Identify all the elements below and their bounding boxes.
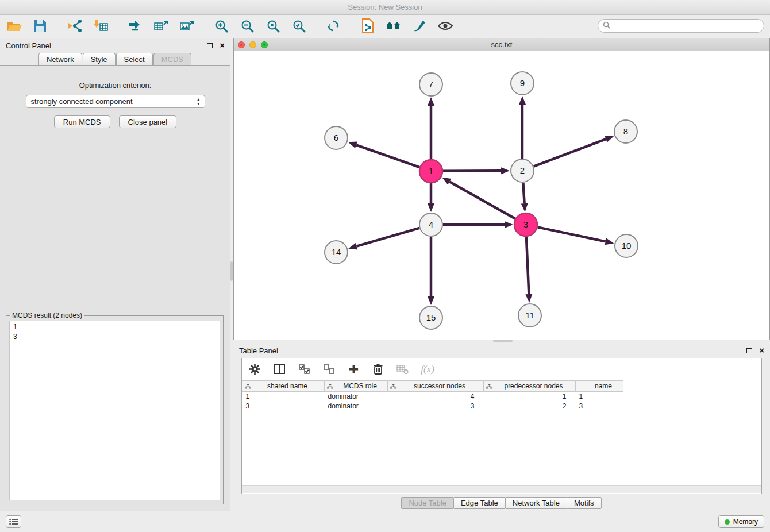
network-canvas[interactable]: 7968124314101511 bbox=[234, 52, 769, 340]
graph-node-2[interactable]: 2 bbox=[511, 159, 534, 182]
table-cell: 1 bbox=[484, 392, 576, 402]
graph-edge-3-11[interactable] bbox=[526, 237, 529, 294]
column-header-mcds-role[interactable]: MCDS role bbox=[325, 381, 388, 392]
tab-edge-table[interactable]: Edge Table bbox=[453, 497, 506, 509]
export-table-icon[interactable] bbox=[152, 17, 170, 34]
minimize-window-button[interactable]: − bbox=[249, 41, 256, 48]
column-header-successor-nodes[interactable]: successor nodes bbox=[388, 381, 484, 392]
mcds-result-line: 3 bbox=[13, 332, 216, 342]
graph-node-3[interactable]: 3 bbox=[514, 213, 537, 236]
mcds-result-list[interactable]: 1 3 bbox=[9, 321, 220, 500]
mcds-tab-content: Optimization criterion: strongly connect… bbox=[0, 65, 230, 511]
graph-edge-2-3[interactable] bbox=[523, 183, 524, 203]
svg-text:15: 15 bbox=[426, 313, 436, 322]
svg-text:14: 14 bbox=[332, 247, 341, 257]
close-window-button[interactable]: × bbox=[238, 41, 245, 48]
tab-style[interactable]: Style bbox=[83, 53, 116, 65]
tab-network[interactable]: Network bbox=[38, 53, 82, 65]
table-row[interactable]: 1dominator411 bbox=[242, 392, 623, 402]
close-table-panel-icon[interactable]: × bbox=[759, 346, 764, 354]
function-builder-icon[interactable]: f(x) bbox=[421, 363, 434, 376]
zoom-fit-icon[interactable] bbox=[264, 17, 282, 34]
tab-select[interactable]: Select bbox=[116, 53, 153, 65]
zoom-group bbox=[213, 17, 307, 34]
node-table-container: f(x) shared name MCDS role suc bbox=[241, 358, 762, 494]
add-row-icon[interactable] bbox=[346, 363, 360, 376]
table-cell: 4 bbox=[388, 392, 484, 402]
graph-node-15[interactable]: 15 bbox=[419, 306, 442, 329]
edge-arrowhead bbox=[428, 203, 434, 212]
main-toolbar bbox=[0, 15, 770, 37]
graph-edge-3-10[interactable] bbox=[538, 227, 606, 241]
tab-mcds[interactable]: MCDS bbox=[153, 53, 191, 65]
search-box[interactable] bbox=[598, 19, 764, 33]
import-table-icon[interactable] bbox=[92, 17, 109, 34]
column-header-predecessor-nodes[interactable]: predecessor nodes bbox=[484, 381, 576, 392]
show-hide-graphics-icon[interactable] bbox=[437, 17, 454, 34]
memory-button[interactable]: Memory bbox=[718, 515, 764, 528]
network-file-icon[interactable] bbox=[359, 17, 376, 34]
graph-node-14[interactable]: 14 bbox=[325, 241, 348, 264]
table-settings-icon[interactable] bbox=[248, 363, 261, 376]
import-network-icon[interactable] bbox=[66, 17, 83, 34]
column-header-shared-name[interactable]: shared name bbox=[242, 381, 325, 392]
graph-edge-2-8[interactable] bbox=[534, 139, 606, 167]
search-icon bbox=[603, 21, 610, 31]
graph-node-7[interactable]: 7 bbox=[419, 73, 442, 96]
svg-text:7: 7 bbox=[429, 79, 433, 89]
tab-node-table[interactable]: Node Table bbox=[401, 497, 454, 509]
graph-edge-1-2[interactable] bbox=[443, 171, 501, 171]
tab-motifs[interactable]: Motifs bbox=[567, 497, 602, 509]
graph-node-10[interactable]: 10 bbox=[615, 234, 638, 257]
float-panel-icon[interactable] bbox=[207, 43, 213, 48]
apply-layout-icon[interactable] bbox=[325, 17, 342, 34]
select-all-icon[interactable] bbox=[297, 363, 311, 376]
edge-arrowhead bbox=[348, 142, 357, 148]
table-cell: 3 bbox=[576, 402, 623, 411]
graph-edge-3-1[interactable] bbox=[449, 182, 515, 219]
graph-node-8[interactable]: 8 bbox=[614, 120, 637, 143]
delete-row-icon[interactable] bbox=[371, 363, 385, 376]
graph-node-4[interactable]: 4 bbox=[419, 213, 442, 236]
task-history-button[interactable] bbox=[6, 515, 21, 528]
graph-node-11[interactable]: 11 bbox=[518, 304, 541, 327]
tab-network-table[interactable]: Network Table bbox=[505, 497, 567, 509]
graph-edge-1-6[interactable] bbox=[356, 145, 419, 167]
float-table-panel-icon[interactable] bbox=[746, 348, 752, 353]
table-row[interactable]: 3dominator323 bbox=[242, 402, 623, 411]
svg-text:1: 1 bbox=[429, 166, 433, 176]
save-session-icon[interactable] bbox=[32, 17, 49, 34]
table-panel: Table Panel × bbox=[233, 343, 770, 510]
export-network-icon[interactable] bbox=[126, 17, 144, 34]
style-painter-icon[interactable] bbox=[411, 17, 428, 34]
graph-node-1[interactable]: 1 bbox=[419, 160, 442, 183]
node-table: shared name MCDS role successor nodes pr… bbox=[242, 380, 623, 411]
control-panel-tabs: Network Style Select MCDS bbox=[0, 53, 230, 65]
column-header-name[interactable]: name bbox=[576, 381, 623, 392]
first-neighbors-icon[interactable] bbox=[385, 17, 402, 34]
export-image-icon[interactable] bbox=[178, 17, 195, 34]
delete-table-icon[interactable] bbox=[396, 363, 410, 376]
close-panel-icon[interactable]: × bbox=[220, 41, 225, 49]
run-mcds-button[interactable]: Run MCDS bbox=[54, 115, 110, 128]
svg-text:11: 11 bbox=[525, 310, 534, 320]
column-type-icon bbox=[245, 383, 251, 391]
search-input[interactable] bbox=[613, 22, 759, 30]
table-horizontal-scrollbar[interactable] bbox=[242, 485, 761, 493]
deselect-all-icon[interactable] bbox=[322, 363, 336, 376]
zoom-in-icon[interactable] bbox=[213, 17, 230, 34]
graph-node-6[interactable]: 6 bbox=[325, 126, 348, 149]
dropdown-selected-value: strongly connected component bbox=[31, 97, 133, 106]
optimization-criterion-dropdown[interactable]: strongly connected component ▲▼ bbox=[26, 95, 205, 108]
graph-node-9[interactable]: 9 bbox=[511, 72, 534, 95]
control-panel: Control Panel × Network Style Select MCD… bbox=[0, 38, 230, 511]
show-columns-icon[interactable] bbox=[272, 363, 286, 376]
vertical-splitter[interactable] bbox=[230, 261, 233, 281]
graph-edge-4-14[interactable] bbox=[357, 228, 419, 246]
zoom-window-button[interactable]: + bbox=[261, 41, 268, 48]
open-file-icon[interactable] bbox=[6, 17, 23, 34]
zoom-out-icon[interactable] bbox=[238, 17, 256, 34]
zoom-selected-icon[interactable] bbox=[290, 17, 307, 34]
close-panel-button[interactable]: Close panel bbox=[119, 115, 177, 128]
memory-status-icon bbox=[725, 519, 730, 525]
